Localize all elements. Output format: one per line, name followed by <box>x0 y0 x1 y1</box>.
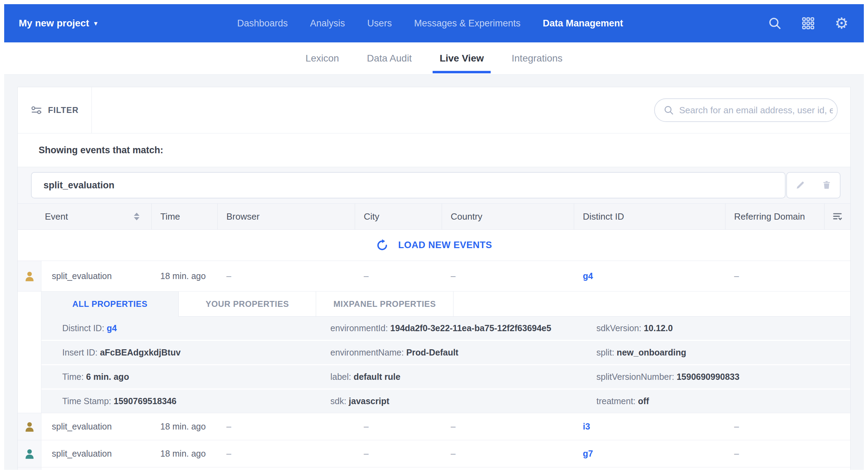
edit-filter-button[interactable] <box>786 172 813 198</box>
table-row[interactable]: split_evaluation 18 min. ago – – – g7 – <box>18 440 850 467</box>
tab-mixpanel-properties[interactable]: MIXPANEL PROPERTIES <box>316 292 453 317</box>
event-filter-strip: split_evaluation <box>18 167 850 204</box>
distinct-id-link[interactable]: g4 <box>583 271 593 281</box>
user-avatar-icon <box>23 270 36 283</box>
event-name: split_evaluation <box>41 413 152 440</box>
nav-dashboards[interactable]: Dashboards <box>237 18 288 29</box>
search-input[interactable] <box>679 105 833 116</box>
property-key: sdkVersion: <box>596 323 641 333</box>
trash-icon <box>821 180 832 190</box>
property-value: 1590690990833 <box>677 372 740 382</box>
nav-data-management[interactable]: Data Management <box>543 18 623 29</box>
event-name: split_evaluation <box>41 440 152 467</box>
property-key: split: <box>596 348 614 357</box>
table-row-partial <box>18 467 850 470</box>
property-key: sdk: <box>330 396 346 406</box>
data-management-tabs: Lexicon Data Audit Live View Integration… <box>4 42 864 75</box>
property-value: javascript <box>349 396 389 406</box>
project-name: My new project <box>19 18 89 29</box>
event-referring-domain: – <box>725 413 825 440</box>
property-value: 194da2f0-3e22-11ea-ba75-12f2f63694e5 <box>390 323 551 333</box>
column-header-referring-domain[interactable]: Referring Domain <box>725 204 825 229</box>
tab-integrations[interactable]: Integrations <box>505 42 569 74</box>
property-value: off <box>638 396 649 406</box>
event-referring-domain: – <box>725 261 825 291</box>
column-header-event[interactable]: Event <box>18 204 152 229</box>
property-key: environmentName: <box>330 348 404 357</box>
property-row: Insert ID: aFcBEAdgxkdjBtuv environmentN… <box>41 341 850 364</box>
property-key: Time: <box>62 372 84 382</box>
property-value: 1590769518346 <box>114 396 177 406</box>
filter-label: FILTER <box>48 105 79 115</box>
event-time: 18 min. ago <box>152 440 218 467</box>
table-row[interactable]: split_evaluation 18 min. ago – – – g4 – <box>18 261 850 292</box>
tab-all-properties[interactable]: ALL PROPERTIES <box>41 292 179 317</box>
table-row[interactable]: split_evaluation 18 min. ago – – – i3 – <box>18 413 850 440</box>
tab-your-properties[interactable]: YOUR PROPERTIES <box>179 292 316 317</box>
column-header-time[interactable]: Time <box>152 204 218 229</box>
tab-lexicon[interactable]: Lexicon <box>298 42 346 74</box>
event-country: – <box>442 440 574 467</box>
column-settings-icon <box>832 211 843 222</box>
filter-sliders-icon <box>31 105 42 115</box>
event-time: 18 min. ago <box>152 413 218 440</box>
event-referring-domain: – <box>725 440 825 467</box>
property-key: Insert ID: <box>62 348 97 357</box>
property-value: new_onboarding <box>617 348 686 357</box>
delete-filter-button[interactable] <box>813 172 841 198</box>
user-avatar-icon <box>23 420 36 433</box>
event-browser: – <box>218 440 355 467</box>
column-header-city[interactable]: City <box>355 204 442 229</box>
project-selector[interactable]: My new project ▾ <box>19 18 97 29</box>
apps-grid-icon[interactable] <box>801 16 816 31</box>
app-frame: My new project ▾ Dashboards Analysis Use… <box>4 4 864 470</box>
search-pill <box>654 98 838 122</box>
row-gutter <box>18 413 41 440</box>
nav-messages-experiments[interactable]: Messages & Experiments <box>414 18 521 29</box>
property-row: Time: 6 min. ago label: default rule spl… <box>41 365 850 389</box>
event-country: – <box>442 413 574 440</box>
row-gutter <box>18 440 41 467</box>
event-browser: – <box>218 413 355 440</box>
distinct-id-link[interactable]: i3 <box>583 422 590 432</box>
property-value: Prod-Default <box>406 348 458 357</box>
showing-events-heading: Showing events that match: <box>18 133 850 167</box>
event-city: – <box>355 261 442 291</box>
property-value: aFcBEAdgxkdjBtuv <box>100 348 180 357</box>
properties-grid: Distinct ID: g4 environmentId: 194da2f0-… <box>41 317 850 413</box>
property-row: Time Stamp: 1590769518346 sdk: javascrip… <box>41 390 850 413</box>
property-key: label: <box>330 372 351 382</box>
filter-row: FILTER <box>18 87 850 133</box>
properties-tabs: ALL PROPERTIES YOUR PROPERTIES MIXPANEL … <box>41 292 850 317</box>
main-nav: Dashboards Analysis Users Messages & Exp… <box>237 4 623 42</box>
column-header-browser[interactable]: Browser <box>218 204 355 229</box>
pencil-icon <box>795 180 805 190</box>
property-value: 6 min. ago <box>86 372 129 382</box>
sort-icon[interactable] <box>134 213 139 220</box>
column-header-distinct-id[interactable]: Distinct ID <box>574 204 725 229</box>
tab-live-view[interactable]: Live View <box>433 42 491 74</box>
event-filter-chip[interactable]: split_evaluation <box>31 172 786 198</box>
search-icon[interactable] <box>767 16 782 31</box>
event-time: 18 min. ago <box>152 261 218 291</box>
customize-columns-button[interactable] <box>825 204 850 229</box>
nav-analysis[interactable]: Analysis <box>310 18 345 29</box>
event-browser: – <box>218 261 355 291</box>
load-new-events-button[interactable]: LOAD NEW EVENTS <box>18 230 850 261</box>
distinct-id-link[interactable]: g7 <box>583 449 593 459</box>
event-name: split_evaluation <box>41 261 152 291</box>
filter-button[interactable]: FILTER <box>18 87 92 133</box>
nav-users[interactable]: Users <box>367 18 392 29</box>
event-filter-value: split_evaluation <box>43 180 114 191</box>
live-view-content: FILTER Showing events that match: <box>4 75 864 470</box>
tab-data-audit[interactable]: Data Audit <box>360 42 419 74</box>
property-key: treatment: <box>596 396 636 406</box>
refresh-icon <box>376 239 388 252</box>
property-value-link[interactable]: g4 <box>107 323 117 333</box>
property-key: Distinct ID: <box>62 323 104 333</box>
top-navigation-bar: My new project ▾ Dashboards Analysis Use… <box>4 4 864 42</box>
column-header-country[interactable]: Country <box>442 204 574 229</box>
table-header: Event Time Browser City Country Distinct… <box>18 204 850 230</box>
expanded-gutter <box>18 292 41 413</box>
settings-gear-icon[interactable]: ⚙ <box>834 16 849 31</box>
